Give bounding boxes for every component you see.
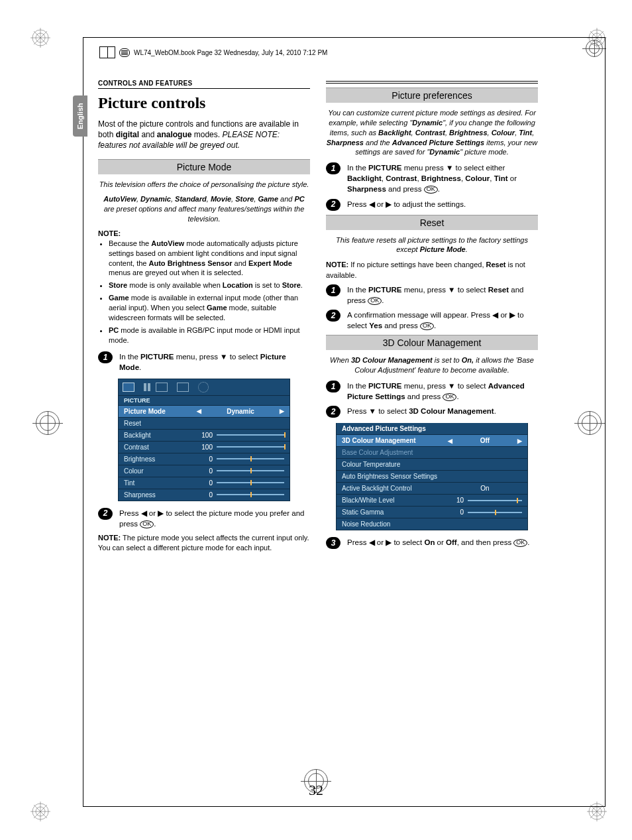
osd-label: 3D Colour Management: [342, 437, 448, 444]
osd-row: Active Backlight ControlOn: [336, 483, 528, 495]
osd-value: 0: [197, 467, 213, 475]
picture-mode-sub2: AutoView, Dynamic, Standard, Movie, Stor…: [98, 194, 310, 224]
step-number-icon: 2: [98, 508, 113, 520]
osd-label: Base Colour Adjustment: [342, 449, 448, 456]
cm3d-step-3: 3 Press ◀ or ▶ to select On or Off, and …: [326, 537, 538, 549]
tab-sound-icon: [144, 383, 146, 391]
osd-value: 0: [197, 455, 213, 463]
osd-row: Base Colour Adjustment: [336, 447, 528, 459]
step-1: 1 In the PICTURE menu, press ▼ to select…: [98, 351, 310, 373]
osd-picker: ◀Off▶: [448, 437, 522, 444]
prefs-step-2-text: Press ◀ or ▶ to adjust the settings.: [347, 199, 538, 210]
osd-label: Contrast: [124, 444, 197, 451]
osd-row: Backlight100: [118, 430, 290, 442]
cm3d-step-1: 1 In the PICTURE menu, press ▼ to select…: [326, 381, 538, 402]
osd-slider: [217, 470, 284, 471]
osd-label: Picture Mode: [124, 408, 197, 415]
doc-header: WL74_WebOM.book Page 32 Wednesday, July …: [99, 46, 589, 58]
reset-step-1-text: In the PICTURE menu, press ▼ to select R…: [347, 284, 538, 306]
reset-intro: This feature resets all picture settings…: [326, 235, 538, 255]
cm3d-step-1-text: In the PICTURE menu, press ▼ to select A…: [347, 381, 538, 402]
corner-mark: [30, 28, 50, 48]
step-2: 2 Press ◀ or ▶ to select the picture mod…: [98, 508, 310, 529]
page-number: 32: [0, 782, 632, 799]
osd-slider: [217, 434, 284, 436]
osd-title: PICTURE: [118, 396, 290, 406]
osd-picture-menu: PICTURE Picture Mode◀Dynamic▶ResetBackli…: [118, 379, 290, 501]
prefs-step-1: 1 In the PICTURE menu press ▼ to select …: [326, 162, 538, 194]
reset-note: NOTE: If no picture settings have been c…: [326, 260, 538, 280]
corner-mark: [30, 802, 50, 821]
osd-label: Sharpness: [124, 491, 197, 499]
section-header: CONTROLS AND FEATURES: [98, 80, 310, 89]
osd-label: Colour: [124, 467, 197, 475]
header-text: WL74_WebOM.book Page 32 Wednesday, July …: [134, 49, 327, 56]
note-item: PC mode is available in RGB/PC input mod…: [109, 326, 310, 345]
osd-row: 3D Colour Management◀Off▶: [336, 435, 528, 447]
osd-row: Colour0: [118, 465, 290, 477]
osd-label: Active Backlight Control: [342, 485, 448, 492]
osd-label: Auto Brightness Sensor Settings: [342, 473, 448, 480]
step-number-icon: 2: [326, 310, 341, 322]
osd-value: 100: [197, 432, 213, 439]
osd-slider: [217, 446, 284, 448]
left-column: CONTROLS AND FEATURES Picture controls M…: [98, 80, 310, 558]
osd-row: Black/White Level10: [336, 495, 528, 507]
osd-label: Black/White Level: [342, 497, 448, 504]
right-column: Picture preferences You can customize cu…: [326, 80, 538, 558]
osd-label: Reset: [124, 420, 197, 427]
osd-row: Picture Mode◀Dynamic▶: [118, 406, 290, 418]
subheading-picture-mode: Picture Mode: [98, 159, 310, 174]
note-item: Store mode is only available when Locati…: [109, 280, 310, 290]
osd-row: Sharpness0: [118, 489, 290, 501]
note-item: Because the AutoView mode automatically …: [109, 239, 310, 278]
step-number-icon: 1: [326, 162, 341, 174]
book-icon: [99, 46, 115, 58]
cm3d-step-2: 2 Press ▼ to select 3D Colour Management…: [326, 406, 538, 418]
osd-row: Brightness0: [118, 453, 290, 465]
prefs-step-1-text: In the PICTURE menu press ▼ to select ei…: [347, 162, 538, 194]
picture-mode-sub1: This television offers the choice of per…: [98, 180, 310, 190]
osd-label: Brightness: [124, 455, 197, 463]
cm3d-step-3-text: Press ◀ or ▶ to select On or Off, and th…: [347, 537, 538, 548]
reset-step-2-text: A confirmation message will appear. Pres…: [347, 310, 538, 331]
wire-binding-icon: [119, 48, 130, 57]
cm3d-intro: When 3D Colour Management is set to On, …: [326, 355, 538, 375]
note-list: Because the AutoView mode automatically …: [98, 239, 310, 345]
osd-picker: ◀Dynamic▶: [197, 408, 284, 415]
prefs-intro: You can customize current picture mode s…: [326, 108, 538, 157]
tab-picture-icon: [123, 383, 134, 392]
osd-value: On: [448, 485, 522, 492]
reset-step-2: 2 A confirmation message will appear. Pr…: [326, 310, 538, 331]
osd-adv-title: Advanced Picture Settings: [336, 423, 528, 435]
step-number-icon: 1: [326, 284, 341, 296]
osd-value: 0: [448, 509, 464, 516]
osd-value: 0: [197, 491, 213, 499]
tab-settings-icon: [198, 382, 209, 392]
note-label: NOTE:: [98, 229, 310, 237]
step-2-text: Press ◀ or ▶ to select the picture mode …: [119, 508, 310, 529]
osd-row: Auto Brightness Sensor Settings: [336, 471, 528, 483]
osd-slider: [217, 458, 284, 459]
step-number-icon: 1: [326, 381, 341, 392]
step-number-icon: 2: [326, 406, 341, 418]
right-arrow-icon: ▶: [517, 438, 522, 444]
osd-value: 0: [197, 479, 213, 487]
osd-label: Static Gamma: [342, 509, 448, 516]
osd-label: Noise Reduction: [342, 520, 448, 528]
divider: [326, 83, 538, 84]
osd-row: Static Gamma0: [336, 507, 528, 518]
step-number-icon: 3: [326, 537, 341, 549]
prefs-step-2: 2 Press ◀ or ▶ to adjust the settings.: [326, 199, 538, 211]
osd-slider: [217, 482, 284, 483]
osd-value: Off: [480, 437, 490, 444]
page-title: Picture controls: [98, 94, 310, 112]
osd-advanced-menu: Advanced Picture Settings 3D Colour Mana…: [336, 423, 528, 530]
cm3d-step-2-text: Press ▼ to select 3D Colour Management.: [347, 406, 538, 416]
divider: [326, 81, 538, 82]
step-number-icon: 1: [98, 351, 113, 363]
note-item: Game mode is available in external input…: [109, 293, 310, 323]
left-arrow-icon: ◀: [448, 438, 452, 444]
osd-label: Colour Temperature: [342, 461, 448, 468]
osd-slider: [217, 494, 284, 495]
